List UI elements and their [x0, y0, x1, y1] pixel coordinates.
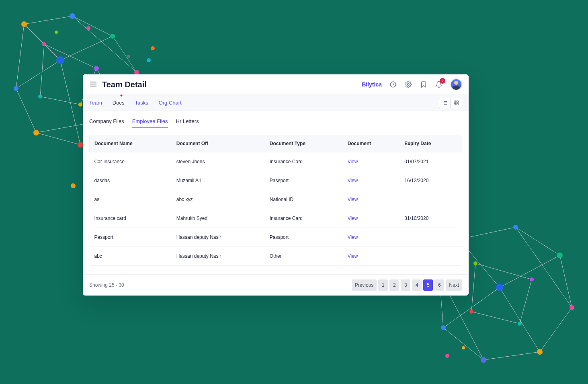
view-link[interactable]: View: [343, 190, 400, 209]
svg-rect-47: [454, 103, 456, 105]
cell-off: Hassan deputy Nasir: [172, 247, 265, 266]
column-header: Document: [343, 135, 400, 152]
svg-point-13: [151, 46, 155, 50]
page-button-5[interactable]: 5: [423, 279, 433, 291]
svg-point-2: [110, 34, 115, 39]
app-window: Team Detail Bilytica 0 TeamDocsTasksOrg …: [83, 74, 469, 296]
svg-rect-44: [454, 101, 456, 102]
sub-tab-company-files[interactable]: Company Files: [89, 115, 124, 128]
page-button-3[interactable]: 3: [401, 279, 410, 291]
column-header: Expiry Date: [400, 135, 462, 152]
page-button-4[interactable]: 4: [412, 279, 422, 291]
column-header: Document Type: [265, 135, 343, 152]
table-container: Document NameDocument OffDocument TypeDo…: [83, 128, 469, 274]
clock-icon[interactable]: [389, 80, 397, 88]
svg-point-27: [530, 277, 534, 281]
cell-type: Insurance Card: [265, 209, 343, 228]
bookmark-icon[interactable]: [420, 80, 428, 88]
showing-text: Showing 25 - 30: [89, 282, 124, 288]
svg-point-23: [481, 357, 486, 363]
cell-off: Hassan deputy Nasir: [172, 228, 265, 247]
table-row: PassportHassan deputy NasirPassportView: [90, 228, 462, 247]
svg-point-35: [71, 183, 76, 188]
svg-point-20: [557, 253, 563, 258]
cell-off: Mahrukh Syed: [172, 209, 265, 228]
svg-rect-45: [457, 101, 458, 102]
table-row: abcHassan deputy NasirOtherView: [90, 247, 462, 266]
cell-type: Passport: [265, 171, 343, 190]
gear-icon[interactable]: [404, 80, 412, 88]
svg-point-10: [78, 103, 82, 107]
nav-tab-docs[interactable]: Docs: [113, 95, 130, 111]
grid-view-icon[interactable]: [451, 98, 462, 108]
view-link[interactable]: View: [343, 152, 400, 171]
svg-point-17: [86, 26, 90, 30]
cell-type: Passport: [265, 228, 343, 247]
table-row: Car Insurancesteven JhonsInsurance CardV…: [90, 152, 462, 171]
documents-table: Document NameDocument OffDocument TypeDo…: [89, 135, 462, 266]
svg-point-12: [42, 42, 46, 46]
svg-point-14: [147, 58, 151, 62]
page-title: Team Detail: [102, 80, 147, 89]
column-header: Document Off: [172, 135, 265, 152]
view-link[interactable]: View: [343, 171, 400, 190]
next-button[interactable]: Next: [446, 279, 462, 291]
cell-name: Passport: [90, 228, 172, 247]
nav-tabs: TeamDocsTasksOrg Chart: [83, 95, 469, 111]
svg-point-29: [469, 310, 473, 314]
view-link[interactable]: View: [343, 209, 400, 228]
list-view-icon[interactable]: [439, 98, 451, 108]
svg-point-33: [445, 354, 449, 358]
svg-point-26: [496, 284, 503, 291]
cell-type: Insurance Card: [265, 152, 343, 171]
avatar[interactable]: [450, 78, 462, 90]
svg-point-11: [38, 94, 42, 99]
sub-tabs: Company FilesEmployee FilesHr Letters: [83, 111, 469, 128]
svg-point-34: [462, 346, 465, 349]
svg-point-5: [78, 142, 83, 148]
page-button-2[interactable]: 2: [389, 279, 399, 291]
view-link[interactable]: View: [343, 228, 400, 247]
nav-tab-tasks[interactable]: Tasks: [135, 95, 154, 111]
cell-type: National ID: [265, 190, 343, 209]
svg-point-1: [70, 13, 75, 19]
svg-point-15: [127, 55, 130, 58]
cell-expiry: [400, 247, 462, 266]
nav-tab-org-chart[interactable]: Org Chart: [159, 95, 187, 111]
svg-point-0: [21, 21, 27, 27]
svg-point-19: [513, 225, 518, 230]
cell-expiry: [400, 190, 462, 209]
cell-off: steven Jhons: [172, 152, 265, 171]
bg-dot-accent: [68, 181, 84, 197]
table-row: Insurance cardMahrukh SyedInsurance Card…: [90, 209, 462, 228]
cell-expiry: 01/07/2021: [400, 152, 462, 171]
page-button-6[interactable]: 6: [434, 279, 444, 291]
cell-type: Other: [265, 247, 343, 266]
sub-tab-employee-files[interactable]: Employee Files: [132, 115, 168, 128]
svg-point-9: [94, 66, 99, 71]
cell-off: abc xyz: [172, 190, 265, 209]
nav-tab-team[interactable]: Team: [89, 95, 108, 111]
page-button-1[interactable]: 1: [378, 279, 388, 291]
svg-point-7: [14, 86, 18, 91]
cell-expiry: 31/10/2020: [400, 209, 462, 228]
bell-icon[interactable]: 0: [435, 80, 443, 88]
cell-expiry: [400, 228, 462, 247]
cell-expiry: 16/12/2020: [400, 171, 462, 190]
svg-point-30: [473, 261, 477, 265]
cell-name: Car Insurance: [90, 152, 172, 171]
sub-tab-hr-letters[interactable]: Hr Letters: [176, 115, 199, 128]
previous-button[interactable]: Previous: [352, 279, 377, 291]
pagination: Previous123456Next: [352, 279, 462, 291]
cell-name: Insurance card: [90, 209, 172, 228]
svg-point-8: [56, 56, 64, 64]
svg-point-37: [408, 84, 410, 86]
svg-point-21: [570, 305, 574, 310]
topbar: Team Detail Bilytica 0: [83, 74, 469, 95]
view-link[interactable]: View: [343, 247, 400, 266]
svg-point-28: [518, 322, 522, 326]
menu-icon[interactable]: [89, 80, 97, 89]
svg-point-6: [33, 130, 39, 136]
table-row: dasdasMuzamil AliPassportView16/12/2020: [90, 171, 462, 190]
brand-label[interactable]: Bilytica: [362, 81, 382, 88]
